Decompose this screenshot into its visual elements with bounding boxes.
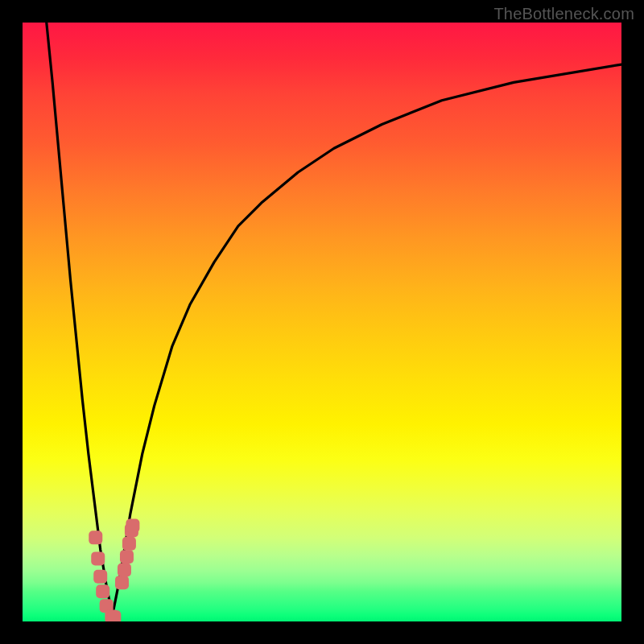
scatter-point [115, 576, 129, 589]
plot-area [23, 23, 621, 621]
scatter-point [120, 550, 134, 564]
curve-layer [23, 23, 621, 621]
curve-left-branch [47, 23, 113, 616]
chart-container: TheBottleneck.com [0, 0, 644, 644]
scatter-point [96, 584, 109, 598]
scatter-point [122, 537, 136, 551]
scatter-point [118, 564, 131, 577]
scatter-point [107, 610, 121, 621]
curve-right-branch [113, 64, 621, 615]
attribution-text: TheBottleneck.com [493, 5, 634, 23]
scatter-point [91, 551, 105, 565]
scatter-point [126, 518, 139, 532]
scatter-point [93, 570, 107, 584]
scatter-point [89, 530, 102, 544]
